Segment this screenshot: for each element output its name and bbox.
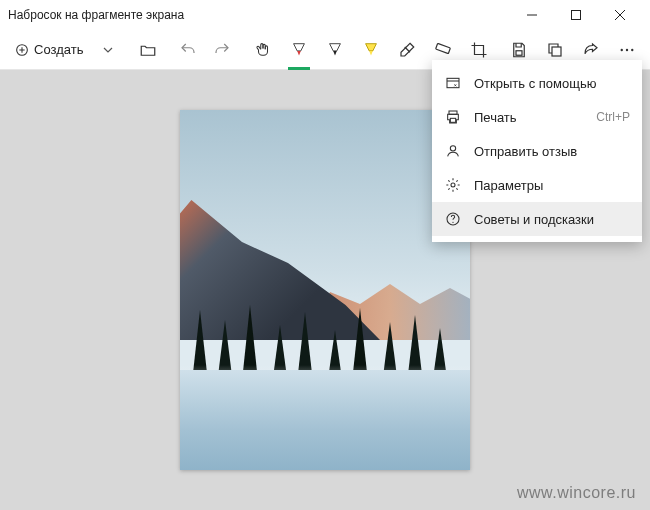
- print-icon: [444, 109, 462, 125]
- menu-open-with[interactable]: Открыть с помощью: [432, 66, 642, 100]
- open-file-button[interactable]: [131, 33, 165, 67]
- menu-open-with-label: Открыть с помощью: [474, 76, 596, 91]
- window-title: Набросок на фрагменте экрана: [8, 8, 510, 22]
- pen-red-icon: [290, 41, 308, 59]
- highlighter-button[interactable]: [354, 33, 388, 67]
- new-snip-label: Создать: [34, 42, 83, 57]
- menu-print-shortcut: Ctrl+P: [596, 110, 630, 124]
- svg-rect-8: [447, 78, 459, 87]
- redo-button[interactable]: [205, 33, 239, 67]
- menu-settings[interactable]: Параметры: [432, 168, 642, 202]
- new-snip-dropdown[interactable]: [91, 33, 125, 67]
- crop-icon: [470, 41, 488, 59]
- window-controls: [510, 0, 642, 30]
- eraser-button[interactable]: [390, 33, 424, 67]
- pencil-button[interactable]: [318, 33, 352, 67]
- copy-icon: [546, 41, 564, 59]
- svg-point-14: [452, 222, 453, 223]
- touch-hand-icon: [254, 41, 272, 59]
- folder-open-icon: [139, 41, 157, 59]
- menu-feedback[interactable]: Отправить отзыв: [432, 134, 642, 168]
- menu-settings-label: Параметры: [474, 178, 543, 193]
- menu-print-label: Печать: [474, 110, 517, 125]
- watermark: www.wincore.ru: [517, 484, 636, 502]
- svg-rect-2: [435, 43, 450, 53]
- svg-rect-4: [552, 47, 561, 56]
- minimize-button[interactable]: [510, 0, 554, 30]
- close-button[interactable]: [598, 0, 642, 30]
- pen-black-icon: [326, 41, 344, 59]
- ballpoint-pen-button[interactable]: [282, 33, 316, 67]
- eraser-icon: [398, 41, 416, 59]
- svg-point-6: [626, 48, 628, 50]
- ruler-icon: [434, 41, 452, 59]
- title-bar: Набросок на фрагменте экрана: [0, 0, 650, 30]
- highlighter-icon: [362, 41, 380, 59]
- svg-rect-10: [450, 118, 455, 122]
- more-icon: [618, 41, 636, 59]
- svg-point-12: [451, 183, 455, 187]
- touch-writing-button[interactable]: [246, 33, 280, 67]
- svg-rect-3: [516, 50, 522, 55]
- more-menu: Открыть с помощью Печать Ctrl+P Отправит…: [432, 60, 642, 242]
- open-with-icon: [444, 75, 462, 91]
- help-icon: [444, 211, 462, 227]
- redo-icon: [213, 41, 231, 59]
- svg-point-11: [450, 146, 455, 151]
- save-icon: [510, 41, 528, 59]
- app-window: Набросок на фрагменте экрана Создать: [0, 0, 650, 510]
- undo-icon: [179, 41, 197, 59]
- svg-rect-0: [572, 11, 581, 20]
- menu-feedback-label: Отправить отзыв: [474, 144, 577, 159]
- menu-print[interactable]: Печать Ctrl+P: [432, 100, 642, 134]
- new-snip-button[interactable]: Создать: [6, 33, 91, 67]
- share-icon: [582, 41, 600, 59]
- feedback-icon: [444, 143, 462, 159]
- maximize-button[interactable]: [554, 0, 598, 30]
- gear-icon: [444, 177, 462, 193]
- new-snip-icon: [14, 42, 30, 58]
- snip-image[interactable]: [180, 110, 470, 470]
- menu-tips-label: Советы и подсказки: [474, 212, 594, 227]
- undo-button[interactable]: [171, 33, 205, 67]
- svg-point-7: [631, 48, 633, 50]
- landscape-placeholder: [180, 110, 470, 470]
- menu-tips[interactable]: Советы и подсказки: [432, 202, 642, 236]
- svg-point-5: [621, 48, 623, 50]
